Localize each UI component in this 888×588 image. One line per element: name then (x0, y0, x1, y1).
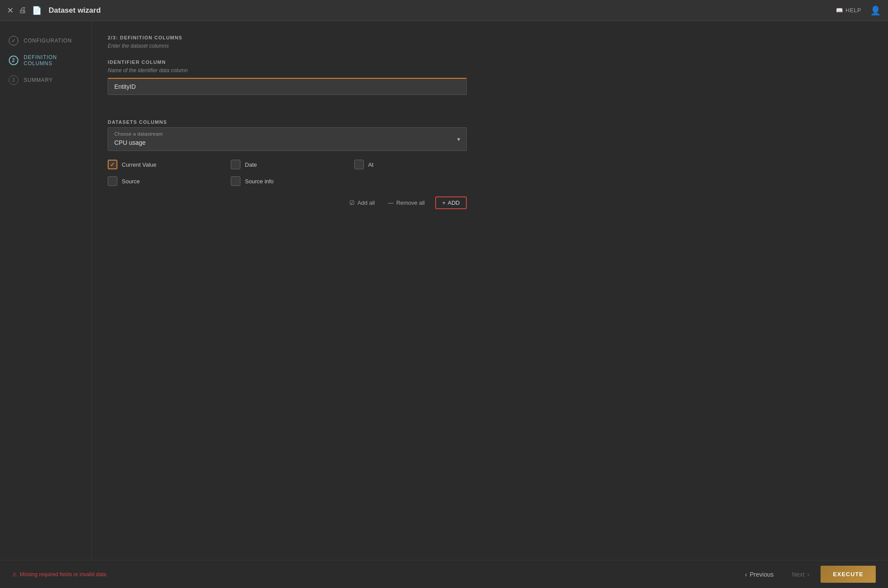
identifier-column-label: IDENTIFIER COLUMN (108, 60, 872, 65)
checkbox-source-info[interactable] (231, 176, 240, 186)
add-all-button[interactable]: ☑ Add all (347, 198, 377, 208)
wizard-step-sub: Enter the dataset columns (108, 43, 872, 49)
close-icon[interactable]: ✕ (7, 6, 14, 15)
topbar-icon-group: ✕ 🖨 📄 (7, 6, 42, 15)
column-label-at: At (368, 161, 374, 168)
add-all-label: Add all (357, 200, 375, 206)
topbar-right: 📖 HELP 👤 (836, 5, 881, 16)
datasets-columns-label: DATASETS COLUMNS (108, 119, 872, 125)
datastream-value: CPU usage (108, 137, 466, 150)
doc-icon[interactable]: 📄 (32, 6, 42, 15)
chevron-down-icon: ▾ (457, 136, 460, 143)
book-icon: 📖 (836, 7, 843, 14)
checkbox-date[interactable] (231, 160, 240, 169)
columns-grid: ✓ Current Value Date At Source (108, 160, 467, 186)
chevron-left-icon: ‹ (745, 571, 747, 578)
footer-nav: ‹ Previous Next › EXECUTE (738, 566, 876, 583)
wizard-step-label: 2/3: DEFINITION COLUMNS (108, 35, 872, 40)
checkbox-current-value[interactable]: ✓ (108, 160, 117, 169)
plus-icon: + (442, 200, 446, 206)
print-icon[interactable]: 🖨 (19, 6, 27, 15)
minus-icon: — (388, 200, 394, 206)
column-item-current-value[interactable]: ✓ Current Value (108, 160, 220, 169)
column-label-source-info: Source info (245, 178, 274, 185)
sidebar-item-label-definition-columns: DEFINITION COLUMNS (24, 54, 83, 66)
action-row: ☑ Add all — Remove all + ADD (108, 196, 467, 209)
main-layout: ✓ CONFIGURATION 2 DEFINITION COLUMNS 3 S… (0, 21, 888, 560)
sidebar-item-label-configuration: CONFIGURATION (24, 38, 72, 44)
step-icon-definition-columns: 2 (9, 56, 18, 65)
identifier-column-input[interactable] (108, 78, 467, 95)
column-item-date[interactable]: Date (231, 160, 343, 169)
next-button[interactable]: Next › (785, 567, 816, 581)
sidebar-item-definition-columns[interactable]: 2 DEFINITION COLUMNS (0, 50, 92, 71)
step-icon-configuration: ✓ (9, 36, 18, 46)
column-item-source[interactable]: Source (108, 176, 220, 186)
remove-all-button[interactable]: — Remove all (385, 198, 427, 208)
user-icon[interactable]: 👤 (870, 5, 881, 16)
datasets-columns-section: DATASETS COLUMNS Choose a datastream CPU… (108, 119, 872, 209)
error-icon: ⚠ (12, 571, 17, 578)
add-button[interactable]: + ADD (435, 196, 467, 209)
add-label: ADD (448, 200, 460, 206)
remove-all-label: Remove all (396, 200, 425, 206)
previous-button[interactable]: ‹ Previous (738, 567, 781, 581)
column-item-at[interactable]: At (354, 160, 467, 169)
help-button[interactable]: 📖 HELP (836, 7, 861, 14)
datastream-select[interactable]: Choose a datastream CPU usage ▾ (108, 127, 467, 151)
next-label: Next (792, 571, 805, 578)
page-title: Dataset wizard (49, 6, 836, 15)
chevron-right-icon: › (807, 571, 810, 578)
checkbox-at[interactable] (354, 160, 364, 169)
execute-button[interactable]: EXECUTE (821, 566, 876, 583)
identifier-column-sublabel: Name of the identifier data column (108, 67, 872, 74)
sidebar-item-label-summary: SUMMARY (24, 77, 53, 83)
sidebar-item-summary[interactable]: 3 SUMMARY (0, 71, 92, 89)
datastream-placeholder: Choose a datastream (108, 128, 466, 137)
sidebar-item-configuration[interactable]: ✓ CONFIGURATION (0, 32, 92, 50)
content-area: 2/3: DEFINITION COLUMNS Enter the datase… (92, 21, 888, 560)
execute-label: EXECUTE (833, 571, 863, 578)
column-label-date: Date (245, 161, 257, 168)
topbar: ✕ 🖨 📄 Dataset wizard 📖 HELP 👤 (0, 0, 888, 21)
column-label-current-value: Current Value (122, 161, 156, 168)
checkbox-icon: ☑ (349, 200, 355, 206)
previous-label: Previous (750, 571, 773, 578)
column-label-source: Source (122, 178, 140, 185)
footer-error: ⚠ Missing required fields or invalid dat… (12, 571, 106, 578)
checkmark-icon: ✓ (110, 161, 115, 168)
step-icon-summary: 3 (9, 75, 18, 85)
column-item-source-info[interactable]: Source info (231, 176, 343, 186)
footer: ⚠ Missing required fields or invalid dat… (0, 560, 888, 588)
sidebar: ✓ CONFIGURATION 2 DEFINITION COLUMNS 3 S… (0, 21, 92, 560)
checkbox-source[interactable] (108, 176, 117, 186)
error-message: Missing required fields or invalid data (20, 571, 106, 578)
identifier-column-section: IDENTIFIER COLUMN Name of the identifier… (108, 60, 872, 107)
